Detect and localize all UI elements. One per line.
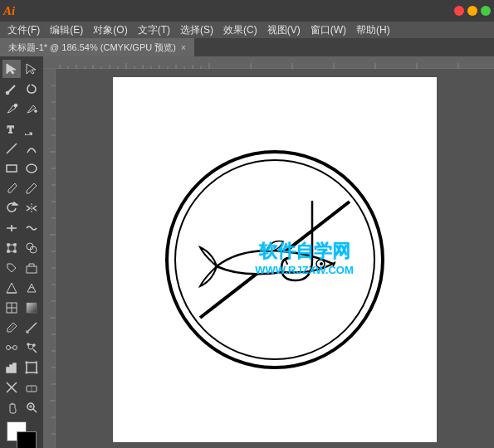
svg-point-32 — [7, 346, 11, 350]
svg-marker-10 — [12, 202, 17, 205]
eyedropper-tool[interactable] — [2, 319, 21, 337]
line-segment-tool[interactable] — [2, 139, 21, 158]
svg-rect-17 — [14, 251, 16, 252]
vertical-type-tool[interactable]: T — [22, 119, 41, 138]
tool-row-selection — [2, 60, 41, 78]
tool-row-pen — [2, 100, 41, 118]
free-transform-tool[interactable] — [2, 239, 21, 257]
symbol-sprayer-tool[interactable] — [22, 338, 41, 357]
artboard-tool[interactable] — [22, 358, 41, 377]
svg-point-37 — [33, 344, 35, 346]
menu-help[interactable]: 帮助(H) — [352, 22, 394, 38]
menu-object[interactable]: 对象(O) — [89, 22, 131, 38]
left-toolbar: T T — [0, 56, 43, 448]
tool-row-rotate — [2, 199, 41, 217]
perspective-grid-tool[interactable] — [2, 279, 21, 297]
svg-rect-15 — [14, 244, 16, 246]
svg-point-33 — [13, 346, 17, 350]
live-paint-selection[interactable] — [22, 259, 41, 277]
menu-file[interactable]: 文件(F) — [3, 22, 44, 38]
tab-close-button[interactable]: × — [181, 43, 186, 52]
lasso-tool[interactable] — [22, 80, 41, 98]
warp-tool[interactable] — [22, 219, 41, 237]
tool-row-type: T T — [2, 119, 41, 138]
menu-bar: 文件(F) 编辑(E) 对象(O) 文字(T) 选择(S) 效果(C) 视图(V… — [0, 22, 494, 38]
rotate-tool[interactable] — [2, 199, 21, 217]
tool-row-brush — [2, 179, 41, 197]
pen-tool[interactable] — [2, 100, 21, 118]
mesh-tool[interactable] — [2, 299, 21, 317]
tool-row-graph — [2, 358, 41, 377]
shape-builder-tool[interactable] — [22, 239, 41, 257]
rectangle-tool[interactable] — [2, 159, 21, 178]
paintbrush-tool[interactable] — [2, 179, 21, 197]
svg-rect-27 — [27, 303, 37, 313]
svg-point-2 — [15, 105, 17, 107]
svg-point-113 — [320, 262, 323, 265]
arc-tool[interactable] — [22, 139, 41, 158]
menu-edit[interactable]: 编辑(E) — [46, 22, 87, 38]
selection-tool[interactable] — [2, 60, 21, 78]
document-tab[interactable]: 未标题-1* @ 186.54% (CMYK/GPU 预览) × — [0, 38, 194, 56]
tool-row-slice — [2, 378, 41, 397]
svg-point-1 — [7, 92, 9, 95]
perspective-selection-tool[interactable] — [22, 279, 41, 297]
tool-row-perspective — [2, 279, 41, 297]
menu-window[interactable]: 窗口(W) — [306, 22, 350, 38]
menu-view[interactable]: 视图(V) — [263, 22, 305, 38]
zoom-tool[interactable] — [22, 398, 41, 416]
tool-row-mesh — [2, 299, 41, 317]
tab-bar: 未标题-1* @ 186.54% (CMYK/GPU 预览) × — [0, 38, 494, 56]
hand-tool[interactable] — [2, 398, 21, 416]
stroke-fill-container — [7, 421, 37, 448]
svg-rect-8 — [7, 165, 17, 172]
tool-row-wand — [2, 80, 41, 98]
ellipse-tool[interactable] — [22, 159, 41, 178]
blend-tool[interactable] — [2, 338, 21, 357]
main-layout: T T — [0, 56, 494, 448]
tab-label: 未标题-1* @ 186.54% (CMYK/GPU 预览) — [8, 41, 176, 54]
svg-text:T: T — [7, 124, 14, 135]
type-tool[interactable]: T — [2, 119, 21, 138]
live-paint-bucket[interactable] — [2, 259, 21, 277]
artboard: 软件自学网 WWW.RJZXW.COM — [113, 77, 437, 442]
tool-row-blend — [2, 338, 41, 357]
svg-marker-23 — [27, 284, 36, 292]
svg-line-29 — [27, 323, 37, 333]
tool-row-paint — [2, 259, 41, 277]
svg-line-7 — [7, 144, 17, 153]
direct-selection-tool[interactable] — [22, 60, 41, 78]
canvas-area: 软件自学网 WWW.RJZXW.COM — [43, 56, 494, 448]
svg-rect-38 — [7, 368, 9, 373]
svg-marker-21 — [7, 283, 17, 293]
reflect-tool[interactable] — [22, 199, 41, 217]
menu-effect[interactable]: 效果(C) — [219, 22, 262, 38]
svg-rect-20 — [27, 266, 37, 273]
pencil-tool[interactable] — [22, 179, 41, 197]
slice-tool[interactable] — [2, 378, 21, 397]
tool-row-line — [2, 139, 41, 158]
magic-wand-tool[interactable] — [2, 80, 21, 98]
color-swatches — [0, 418, 43, 448]
column-graph-tool[interactable] — [2, 358, 21, 377]
width-tool[interactable] — [2, 219, 21, 237]
tool-row-rect — [2, 159, 41, 178]
tool-row-width — [2, 219, 41, 237]
svg-point-9 — [27, 164, 37, 173]
menu-type[interactable]: 文字(T) — [134, 22, 174, 38]
ai-logo: Ai — [3, 4, 15, 18]
measure-tool[interactable] — [22, 319, 41, 337]
ruler-left — [43, 69, 56, 448]
svg-rect-16 — [7, 251, 9, 252]
menu-select[interactable]: 选择(S) — [176, 22, 218, 38]
eraser-tool[interactable] — [22, 378, 41, 397]
add-anchor-tool[interactable] — [22, 100, 41, 118]
svg-rect-39 — [10, 365, 12, 373]
svg-rect-14 — [7, 244, 9, 246]
svg-line-55 — [33, 409, 37, 412]
tool-row-transform — [2, 239, 41, 257]
svg-rect-40 — [13, 363, 16, 373]
gradient-tool[interactable] — [22, 299, 41, 317]
stroke-color-swatch[interactable] — [17, 431, 37, 448]
svg-line-0 — [8, 85, 15, 92]
